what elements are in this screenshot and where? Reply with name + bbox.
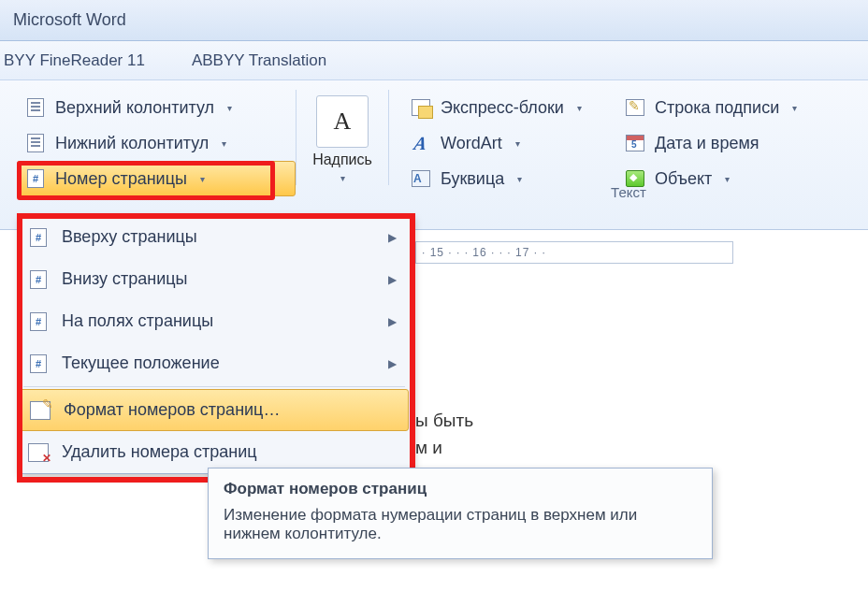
footer-button[interactable]: Нижний колонтитул ▾ <box>17 125 296 161</box>
menu-current-position[interactable]: # Текущее положение ▶ <box>18 342 411 384</box>
dropdown-arrow-icon: ▾ <box>792 103 797 113</box>
signature-line-button[interactable]: Строка подписи ▾ <box>616 90 805 125</box>
footer-label: Нижний колонтитул <box>55 134 209 153</box>
submenu-arrow-icon: ▶ <box>388 273 397 286</box>
menu-format-page-numbers[interactable]: Формат номеров страниц… <box>20 389 409 431</box>
header-label: Верхний колонтитул <box>55 98 214 118</box>
menu-current-label: Текущее положение <box>62 353 220 373</box>
title-bar: Microsoft Word <box>0 0 868 41</box>
dropdown-arrow-icon: ▾ <box>340 173 345 183</box>
wordart-button[interactable]: A WordArt ▾ <box>402 125 590 161</box>
submenu-arrow-icon: ▶ <box>388 231 397 244</box>
wordart-label: WordArt <box>441 134 502 153</box>
page-number-icon: # <box>25 168 46 189</box>
menu-format-label: Формат номеров страниц… <box>64 400 280 420</box>
ribbon: Верхний колонтитул ▾ Нижний колонтитул ▾… <box>0 80 868 230</box>
calendar-icon <box>625 133 645 153</box>
textbox-label: Надпись <box>306 151 379 168</box>
tooltip: Формат номеров страниц Изменение формата… <box>208 468 713 559</box>
express-blocks-icon <box>411 97 431 118</box>
ribbon-group-textbox: A Надпись ▾ <box>296 90 389 185</box>
menu-margins-label: На полях страницы <box>62 311 213 331</box>
dropdown-arrow-icon: ▾ <box>222 138 226 149</box>
addin-finereader[interactable]: BYY FineReader 11 <box>4 51 145 70</box>
doc-line-1: ы быть <box>415 408 473 435</box>
wordart-icon: A <box>411 133 431 153</box>
app-title: Microsoft Word <box>13 10 126 30</box>
page-number-button[interactable]: # Номер страницы ▾ <box>17 161 296 196</box>
page-number-dropdown: # Вверху страницы ▶ # Внизу страницы ▶ #… <box>17 215 412 474</box>
dropdown-arrow-icon: ▾ <box>577 103 582 113</box>
menu-page-margins[interactable]: # На полях страницы ▶ <box>18 300 411 342</box>
datetime-button[interactable]: Дата и время <box>616 125 805 161</box>
dropdown-arrow-icon: ▾ <box>227 103 232 113</box>
footer-icon <box>25 133 46 153</box>
dropdown-arrow-icon: ▾ <box>517 174 522 184</box>
delete-icon <box>28 442 49 463</box>
ribbon-group-headerfooter: Верхний колонтитул ▾ Нижний колонтитул ▾… <box>0 90 296 196</box>
document-text: ы быть м и <box>415 408 473 461</box>
ruler-ticks: · 15 · · · 16 · · · 17 · · <box>422 246 546 259</box>
format-icon <box>30 400 51 421</box>
page-icon: # <box>28 311 49 332</box>
page-icon: # <box>28 227 49 248</box>
header-icon <box>25 97 46 118</box>
express-blocks-label: Экспресс-блоки <box>441 98 564 118</box>
page-number-label: Номер страницы <box>55 169 187 189</box>
dropdown-arrow-icon: ▾ <box>515 138 520 149</box>
menu-top-of-page[interactable]: # Вверху страницы ▶ <box>18 216 411 258</box>
dropdown-arrow-icon: ▾ <box>200 174 205 184</box>
submenu-arrow-icon: ▶ <box>388 315 397 328</box>
ribbon-group-text: Экспресс-блоки ▾ A WordArt ▾ Буквица ▾ С <box>389 90 868 196</box>
textbox-icon[interactable]: A <box>316 95 369 148</box>
tooltip-body: Изменение формата нумерации страниц в ве… <box>224 506 697 543</box>
header-button[interactable]: Верхний колонтитул ▾ <box>17 90 296 125</box>
menu-bottom-label: Внизу страницы <box>62 269 188 289</box>
signature-label: Строка подписи <box>655 98 779 118</box>
dropdown-arrow-icon: ▾ <box>725 174 730 184</box>
horizontal-ruler[interactable]: · 15 · · · 16 · · · 17 · · <box>415 241 733 264</box>
menu-remove-label: Удалить номера страниц <box>62 442 257 462</box>
express-blocks-button[interactable]: Экспресс-блоки ▾ <box>402 90 590 125</box>
menu-separator <box>23 386 405 387</box>
signature-icon <box>625 97 645 118</box>
menu-top-label: Вверху страницы <box>62 227 197 247</box>
page-icon: # <box>28 269 49 290</box>
addin-translation[interactable]: ABBYY Translation <box>192 51 326 70</box>
tooltip-title: Формат номеров страниц <box>224 480 697 498</box>
datetime-label: Дата и время <box>655 134 760 153</box>
menu-bottom-of-page[interactable]: # Внизу страницы ▶ <box>18 258 411 300</box>
addins-row: BYY FineReader 11 ABBYY Translation <box>0 41 868 80</box>
doc-line-2: м и <box>415 435 473 462</box>
page-icon: # <box>28 353 49 374</box>
submenu-arrow-icon: ▶ <box>388 357 397 370</box>
group-text-label: Текст <box>389 184 868 200</box>
